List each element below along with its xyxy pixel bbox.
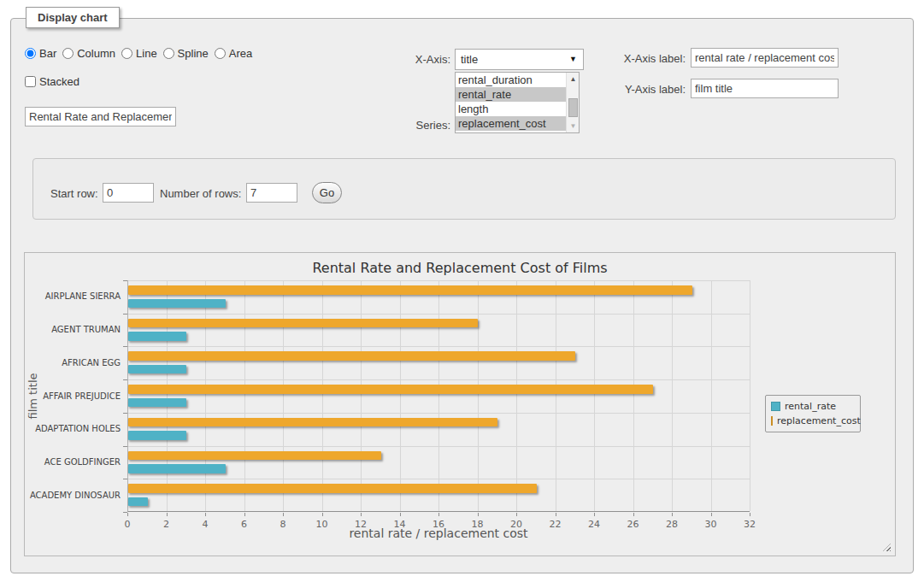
x-axis-label-caption: X-Axis label: <box>600 52 686 65</box>
x-axis-tick <box>750 513 750 516</box>
gridline-v <box>478 280 479 511</box>
series-listbox[interactable]: rental_durationrental_ratelengthreplacem… <box>455 72 580 133</box>
bar-replacement_cost <box>128 451 381 461</box>
y-axis-tick <box>123 280 127 281</box>
bar-rental_rate <box>128 332 186 341</box>
chart-type-radio-column[interactable] <box>62 48 74 59</box>
gridline-v <box>361 280 362 511</box>
gridline-v <box>438 280 439 511</box>
y-axis-tick <box>123 413 127 414</box>
x-axis-tick <box>167 513 168 516</box>
chart-type-option-line: Line <box>121 47 157 60</box>
x-axis-tick <box>361 513 362 516</box>
chart-legend: rental_ratereplacement_cost <box>765 395 861 432</box>
x-axis-tick <box>205 513 206 516</box>
chart-type-radio-label: Line <box>136 47 157 60</box>
gridline-h <box>128 446 750 447</box>
chart-title-input[interactable] <box>25 107 176 126</box>
category-label: ACADEMY DINOSAUR <box>25 491 121 501</box>
legend-color-swatch <box>771 402 780 411</box>
series-options: rental_durationrental_ratelengthreplacem… <box>456 73 566 131</box>
bar-rental_rate <box>128 398 186 408</box>
x-axis-tick <box>478 513 479 516</box>
series-option-replacement_cost[interactable]: replacement_cost <box>456 116 566 131</box>
x-axis-tick <box>672 513 673 516</box>
y-axis-tick <box>123 314 127 315</box>
number-of-rows-input[interactable] <box>246 183 297 203</box>
number-of-rows-label: Number of rows: <box>160 187 241 200</box>
page: Display chart BarColumnLineSplineArea St… <box>0 0 924 582</box>
gridline-h <box>128 413 750 414</box>
gridline-v <box>516 280 517 511</box>
resize-grip-icon[interactable] <box>883 544 891 551</box>
gridline-v <box>322 280 323 511</box>
plot-area <box>127 280 750 512</box>
category-label: AFRICAN EGG <box>25 358 121 368</box>
category-label: AGENT TRUMAN <box>25 325 121 335</box>
chart-type-option-bar: Bar <box>25 47 56 60</box>
row-range-panel: Start row: Number of rows: Go <box>32 158 896 220</box>
category-label: ACE GOLDFINGER <box>25 457 121 467</box>
fieldset-legend: Display chart <box>26 7 120 28</box>
gridline-v <box>633 280 634 511</box>
chart-type-radio-area[interactable] <box>215 48 226 59</box>
series-option-length[interactable]: length <box>456 102 566 116</box>
gridline-v <box>750 280 750 511</box>
gridline-v <box>672 280 673 511</box>
bar-rental_rate <box>128 464 226 473</box>
stacked-label: Stacked <box>39 75 79 88</box>
x-axis-tick <box>244 513 245 516</box>
gridline-h <box>128 379 750 380</box>
legend-label: rental_rate <box>785 401 836 412</box>
legend-item-rental_rate[interactable]: rental_rate <box>771 399 855 414</box>
start-row-input[interactable] <box>103 183 154 203</box>
stacked-checkbox[interactable] <box>25 76 36 87</box>
y-axis-label-input[interactable] <box>691 79 839 98</box>
x-axis-tick <box>556 513 556 516</box>
legend-item-replacement_cost[interactable]: replacement_cost <box>771 414 855 428</box>
legend-color-swatch <box>771 416 773 426</box>
gridline-v <box>244 280 245 511</box>
gridline-v <box>167 280 168 511</box>
y-axis-tick <box>123 446 127 447</box>
gridline-h <box>128 314 750 315</box>
scrollbar-thumb[interactable] <box>568 98 578 117</box>
scroll-down-icon[interactable]: ▼ <box>567 120 580 132</box>
chart-type-radio-line[interactable] <box>121 48 132 59</box>
chart-type-radio-label: Area <box>229 47 252 60</box>
series-select-label: Series: <box>378 119 450 132</box>
chart-type-radio-bar[interactable] <box>25 48 36 59</box>
bar-replacement_cost <box>128 418 497 427</box>
chart-type-radio-label: Bar <box>39 47 56 60</box>
bar-replacement_cost <box>128 484 537 493</box>
y-axis-tick <box>123 479 127 479</box>
x-axis-selected-value: title <box>461 53 478 66</box>
go-button[interactable]: Go <box>312 182 342 203</box>
x-axis-tick <box>127 513 128 516</box>
bar-replacement_cost <box>128 351 575 361</box>
x-axis-tick <box>283 513 284 516</box>
gridline-v <box>556 280 556 511</box>
chart-container: Rental Rate and Replacement Cost of Film… <box>24 252 896 556</box>
scroll-up-icon[interactable]: ▲ <box>567 73 580 85</box>
gridline-v <box>205 280 206 511</box>
chart-type-radio-spline[interactable] <box>163 48 174 59</box>
gridline-v <box>283 280 284 511</box>
gridline-h <box>128 479 750 479</box>
chart-type-group: BarColumnLineSplineArea <box>25 47 258 60</box>
bar-replacement_cost <box>128 285 692 295</box>
series-option-rental_rate[interactable]: rental_rate <box>456 87 566 102</box>
bar-rental_rate <box>128 431 186 440</box>
x-axis-tick <box>322 513 323 516</box>
category-label: ADAPTATION HOLES <box>25 424 121 434</box>
series-option-rental_duration[interactable]: rental_duration <box>456 73 566 87</box>
x-axis-label-input[interactable] <box>691 48 839 68</box>
bar-replacement_cost <box>128 385 653 394</box>
x-axis-select[interactable]: title ▼ <box>455 49 584 70</box>
bar-rental_rate <box>128 299 226 309</box>
x-axis-tick <box>438 513 439 516</box>
chart-title: Rental Rate and Replacement Cost of Film… <box>25 260 895 276</box>
bar-replacement_cost <box>128 319 478 328</box>
chart-type-option-area: Area <box>215 47 252 60</box>
series-scrollbar[interactable]: ▲ ▼ <box>566 73 579 132</box>
